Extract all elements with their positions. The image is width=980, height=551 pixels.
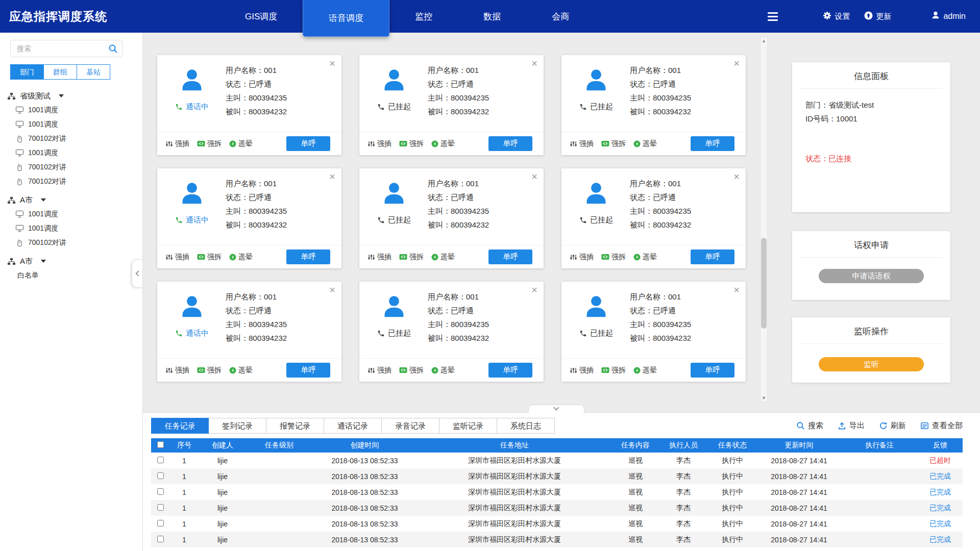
row-checkbox[interactable] <box>157 520 164 527</box>
close-icon[interactable]: × <box>733 58 740 68</box>
record-tab[interactable]: 录音记录 <box>382 418 439 434</box>
cell-feedback[interactable]: 已超时 <box>918 453 963 468</box>
nav-item[interactable]: 会商 <box>526 0 595 33</box>
table-row[interactable]: 1 lijie 2018-08-13 08:52:33 深圳市福田区彩田村水源大… <box>151 453 963 468</box>
single-call-button[interactable]: 单呼 <box>691 136 734 151</box>
row-checkbox[interactable] <box>157 488 164 495</box>
single-call-button[interactable]: 单呼 <box>488 136 532 151</box>
force-release-button[interactable]: 强拆 <box>399 366 424 375</box>
user-menu[interactable]: admin <box>931 11 966 22</box>
record-tab[interactable]: 签到记录 <box>209 418 266 434</box>
sidebar-collapse-handle[interactable] <box>132 259 143 288</box>
close-icon[interactable]: × <box>329 58 335 68</box>
table-row[interactable]: 1 lijie 2018-08-13 08:52:33 深圳市福田区彩田村水源大… <box>151 516 963 532</box>
tree-node[interactable]: 1001调度 <box>0 103 142 117</box>
nav-item[interactable]: 语音调度 <box>303 0 389 37</box>
close-icon[interactable]: × <box>531 58 537 68</box>
search-input[interactable] <box>11 40 122 57</box>
force-release-button[interactable]: 强拆 <box>601 139 626 148</box>
cell-feedback[interactable]: 已完成 <box>918 500 963 516</box>
refresh-button[interactable]: 刷新 <box>879 421 906 431</box>
close-icon[interactable]: × <box>733 171 740 182</box>
table-row[interactable]: 1 lijie 2018-08-13 08:52:33 深圳市福田区彩田村水源大… <box>151 532 963 547</box>
force-release-button[interactable]: 强拆 <box>399 253 424 262</box>
cell-feedback[interactable]: 已完成 <box>918 468 963 484</box>
scroll-down-arrow[interactable]: ▼ <box>761 394 767 402</box>
remote-stun-button[interactable]: 遥晕 <box>431 253 455 262</box>
select-all-checkbox[interactable] <box>157 441 164 448</box>
tree-node[interactable]: 1001调度 <box>0 221 142 236</box>
record-tab[interactable]: 监听记录 <box>439 418 497 434</box>
bottom-collapse-handle[interactable] <box>528 405 584 413</box>
update-button[interactable]: 更新 <box>864 11 891 21</box>
tree-node[interactable]: 1001调度 <box>0 117 142 132</box>
record-tab[interactable]: 通话记录 <box>324 418 382 434</box>
request-floor-button[interactable]: 申请话语权 <box>819 269 924 283</box>
menu-icon[interactable] <box>768 12 778 21</box>
row-checkbox[interactable] <box>157 457 164 463</box>
tree-node[interactable]: 1001调度 <box>0 207 142 221</box>
sidebar-tab[interactable]: 群组 <box>44 64 77 80</box>
close-icon[interactable]: × <box>733 285 740 295</box>
search-icon[interactable] <box>108 44 118 56</box>
force-insert-button[interactable]: 强插 <box>570 253 594 262</box>
sidebar-tab[interactable]: 部门 <box>10 64 44 80</box>
record-tab[interactable]: 系统日志 <box>497 418 555 434</box>
close-icon[interactable]: × <box>329 171 335 182</box>
table-row[interactable]: 1 lijie 2018-08-13 08:52:33 深圳市福田区彩田村水源大… <box>151 484 963 500</box>
nav-item[interactable]: 数据 <box>458 0 526 33</box>
force-insert-button[interactable]: 强插 <box>570 139 594 148</box>
remote-stun-button[interactable]: 遥晕 <box>431 139 455 148</box>
tree-node[interactable]: A市 <box>0 254 142 268</box>
single-call-button[interactable]: 单呼 <box>286 136 330 151</box>
force-release-button[interactable]: 强拆 <box>197 139 222 148</box>
row-checkbox[interactable] <box>157 536 164 542</box>
tree-node[interactable]: 省级测试 <box>0 89 142 103</box>
caret-down-icon[interactable] <box>59 94 64 97</box>
tree-node[interactable]: 1001调度 <box>0 146 142 160</box>
remote-stun-button[interactable]: 遥晕 <box>633 139 657 148</box>
vertical-scrollbar[interactable]: ▲ ▼ <box>760 37 768 402</box>
force-insert-button[interactable]: 强插 <box>165 366 189 375</box>
row-checkbox[interactable] <box>157 504 164 511</box>
force-release-button[interactable]: 强拆 <box>601 253 626 262</box>
cell-feedback[interactable]: 已完成 <box>918 516 963 532</box>
close-icon[interactable]: × <box>329 285 335 295</box>
remote-stun-button[interactable]: 遥晕 <box>633 366 657 375</box>
force-insert-button[interactable]: 强插 <box>570 366 594 375</box>
remote-stun-button[interactable]: 遥晕 <box>431 366 455 375</box>
record-tab[interactable]: 报警记录 <box>266 418 324 434</box>
tree-node[interactable]: 700102对讲 <box>0 236 142 250</box>
cell-feedback[interactable]: 已完成 <box>918 484 963 500</box>
nav-item[interactable]: 监控 <box>389 0 458 33</box>
row-checkbox[interactable] <box>157 472 164 479</box>
tree-node[interactable]: 700102对讲 <box>0 174 142 189</box>
force-release-button[interactable]: 强拆 <box>601 366 626 375</box>
tree-node[interactable]: 700102对讲 <box>0 160 142 174</box>
single-call-button[interactable]: 单呼 <box>691 363 734 378</box>
single-call-button[interactable]: 单呼 <box>286 363 330 378</box>
single-call-button[interactable]: 单呼 <box>286 249 330 264</box>
sidebar-tab[interactable]: 基站 <box>77 64 110 80</box>
single-call-button[interactable]: 单呼 <box>691 249 734 264</box>
scrollbar-thumb[interactable] <box>761 238 767 329</box>
force-insert-button[interactable]: 强插 <box>165 253 189 262</box>
close-icon[interactable]: × <box>531 171 537 182</box>
force-insert-button[interactable]: 强插 <box>165 139 189 148</box>
force-release-button[interactable]: 强拆 <box>197 253 222 262</box>
tree-node[interactable]: A市 <box>0 193 142 207</box>
scroll-up-arrow[interactable]: ▲ <box>761 37 767 44</box>
force-insert-button[interactable]: 强插 <box>368 139 391 148</box>
table-row[interactable]: 1 lijie 2018-08-13 08:52:33 深圳市福田区彩田村水源大… <box>151 500 963 516</box>
caret-down-icon[interactable] <box>41 198 46 202</box>
single-call-button[interactable]: 单呼 <box>488 363 532 378</box>
force-release-button[interactable]: 强拆 <box>399 139 424 148</box>
view-all-button[interactable]: 查看全部 <box>920 421 963 431</box>
table-row[interactable]: 1 lijie 2018-08-13 08:52:33 深圳市福田区彩田村水源大… <box>151 468 963 484</box>
settings-button[interactable]: 设置 <box>823 11 850 21</box>
search-records-button[interactable]: 搜索 <box>796 421 823 431</box>
remote-stun-button[interactable]: 遥晕 <box>229 366 253 375</box>
single-call-button[interactable]: 单呼 <box>488 249 532 264</box>
monitor-button[interactable]: 监听 <box>819 357 924 371</box>
tree-node[interactable]: 700102对讲 <box>0 132 142 146</box>
